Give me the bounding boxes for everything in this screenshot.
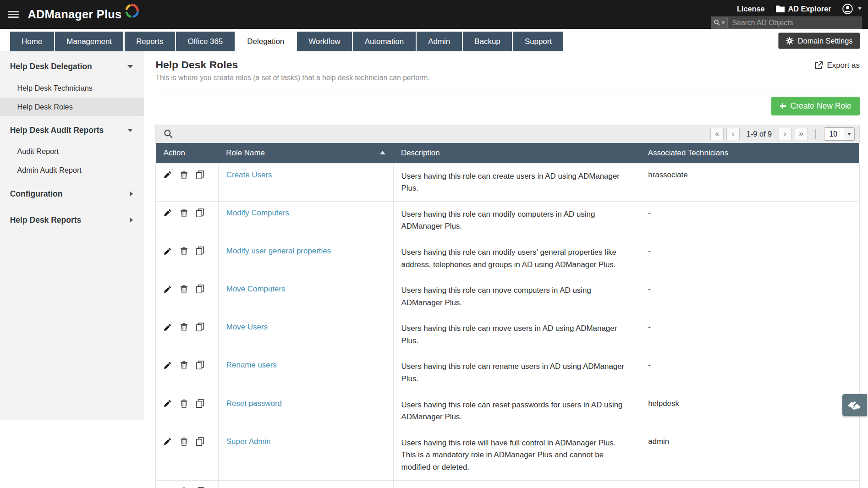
role-name-link[interactable]: Create Users [226,170,272,179]
sidebar-item-help-desk-technicians[interactable]: Help Desk Technicians [0,79,144,98]
copy-role-icon[interactable] [196,323,204,334]
role-name-link[interactable]: Super Admin [226,437,271,446]
associated-technicians: - [640,354,860,392]
edit-role-icon[interactable] [164,437,172,448]
delete-role-icon[interactable] [180,437,188,448]
role-name-link[interactable]: Modify Computers [226,208,289,217]
domain-settings-button[interactable]: Domain Settings [778,33,861,49]
table-row: Super Admin Users having this role will … [156,430,859,481]
copy-role-icon[interactable] [196,208,204,219]
plus-icon [780,103,786,109]
associated-technicians: - [640,316,860,354]
sidebar-section-configuration[interactable]: Configuration [0,182,144,206]
tab-workflow[interactable]: Workflow [297,32,352,51]
edit-role-icon[interactable] [164,399,172,410]
topbar: ADManager Plus License AD [0,0,868,29]
delete-role-icon[interactable] [180,247,188,258]
divider [815,129,816,139]
sidebar-section-help-desk-reports[interactable]: Help Desk Reports [0,208,144,232]
tab-office-365[interactable]: Office 365 [176,32,234,51]
role-name-link[interactable]: Reset password [226,399,282,408]
page-size-value: 10 [824,128,844,140]
role-description: Users having this role will have full co… [393,430,640,481]
sidebar-item-help-desk-roles[interactable]: Help Desk Roles [0,98,144,116]
role-description: Users having this role can rename users … [393,354,640,392]
create-new-role-button[interactable]: Create New Role [771,97,859,115]
copy-role-icon[interactable] [196,399,204,410]
search-icon [714,19,720,26]
tab-backup[interactable]: Backup [463,32,512,51]
create-new-role-label: Create New Role [791,101,852,111]
sidebar-section-help-desk-delegation[interactable]: Help Desk Delegation [0,55,144,79]
last-page-button[interactable]: » [795,128,808,140]
tab-reports[interactable]: Reports [125,32,175,51]
next-page-button[interactable]: › [779,128,792,140]
menu-icon[interactable] [8,11,19,17]
role-name-link[interactable]: Move Computers [226,285,286,293]
tab-automation[interactable]: Automation [353,32,415,51]
associated-technicians: - [640,278,860,316]
edit-role-icon[interactable] [164,247,172,258]
copy-role-icon[interactable] [196,247,204,258]
delete-role-icon[interactable] [180,170,188,181]
previous-page-button[interactable]: ‹ [726,128,740,140]
support-chat-button[interactable] [842,394,867,416]
tab-support[interactable]: Support [513,32,564,51]
edit-role-icon[interactable] [164,285,172,296]
edit-role-icon[interactable] [164,208,172,219]
delete-role-icon[interactable] [180,208,188,219]
role-name-link[interactable]: Rename users [226,361,277,369]
chevron-right-icon [130,191,133,197]
role-description: Users having this role can reset passwor… [393,392,640,430]
account-menu[interactable] [842,4,862,14]
delete-role-icon[interactable] [180,361,188,372]
table-row: Modify user general properties Users hav… [156,240,859,278]
role-name-link[interactable]: Modify user general properties [226,247,331,255]
sidebar: Help Desk Delegation Help Desk Technicia… [0,51,144,419]
sidebar-item-admin-audit-report[interactable]: Admin Audit Report [0,161,144,180]
copy-role-icon[interactable] [196,170,204,181]
app-logo: ADManager Plus [27,8,140,21]
export-as-button[interactable]: Export as [814,61,860,70]
admanager-plus-app: ADManager Plus License AD [0,0,868,488]
page-subtitle: This is where you create roles (a set of… [155,74,429,82]
tab-admin[interactable]: Admin [417,32,462,51]
tab-management[interactable]: Management [55,32,123,51]
column-header-action: Action [156,143,218,164]
delete-role-icon[interactable] [180,285,188,296]
associated-technicians: hrassociate [640,164,860,202]
copy-role-icon[interactable] [196,285,204,296]
copy-role-icon[interactable] [196,437,204,448]
search-scope-button[interactable] [711,17,728,28]
edit-role-icon[interactable] [164,170,172,181]
table-row: Rename users Users having this role can … [156,354,859,392]
column-header-description: Description [393,143,640,164]
edit-role-icon[interactable] [164,323,172,334]
role-description: Users having this role can move users in… [393,316,640,354]
tab-home[interactable]: Home [10,32,54,51]
sidebar-section-help-desk-audit-reports[interactable]: Help Desk Audit Reports [0,118,144,142]
export-as-label: Export as [827,61,859,70]
associated-technicians: - [640,240,860,278]
table-search-button[interactable] [160,129,176,139]
ad-explorer-link[interactable]: AD Explorer [776,5,831,13]
tab-delegation[interactable]: Delegation [236,32,296,51]
page-size-select[interactable]: 10 [824,127,855,141]
ad-objects-search [711,16,862,29]
edit-role-icon[interactable] [164,361,172,372]
user-icon [842,4,853,14]
license-link[interactable]: License [737,5,765,13]
first-page-button[interactable]: « [710,128,724,140]
column-header-role-name[interactable]: Role Name [218,143,393,164]
delete-role-icon[interactable] [180,399,188,410]
column-header-associated-technicians: Associated Technicians [640,143,860,164]
delete-role-icon[interactable] [180,323,188,334]
search-icon [164,129,173,139]
chevron-down-icon [858,7,862,10]
table-row: Modify Computers Users having this role … [156,202,859,240]
search-input[interactable] [728,17,861,28]
role-name-link[interactable]: Move Users [226,323,268,331]
sidebar-item-audit-report[interactable]: Audit Report [0,143,144,161]
main-content: Help Desk Roles This is where you create… [144,51,868,488]
copy-role-icon[interactable] [196,361,204,372]
